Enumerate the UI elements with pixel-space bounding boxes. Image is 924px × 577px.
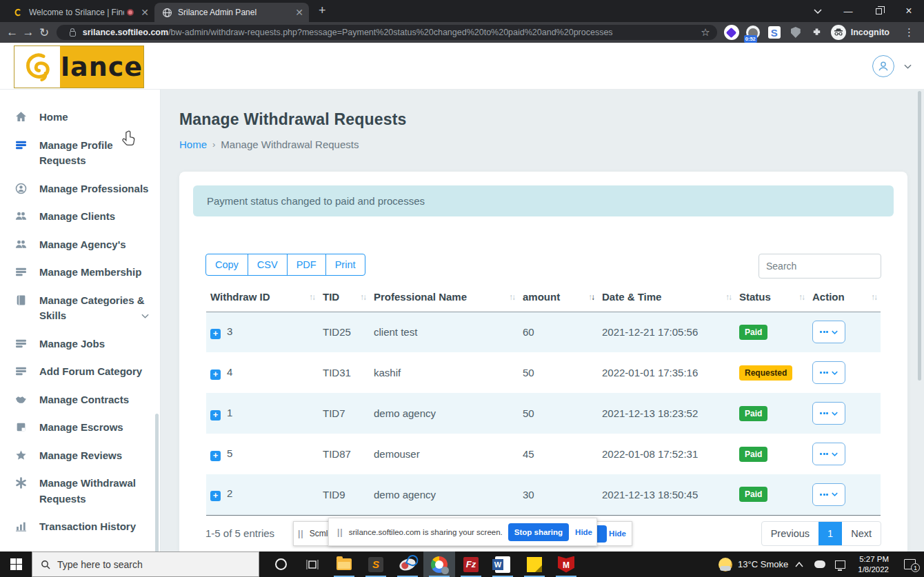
pagination-next[interactable]: Next	[842, 522, 881, 545]
drag-handle-icon[interactable]: ||	[337, 527, 343, 537]
window-minimize-button[interactable]: —	[833, 6, 863, 17]
print-button[interactable]: Print	[325, 254, 365, 276]
column-header[interactable]: Withdraw ID↑↓	[206, 287, 319, 312]
action-dropdown-button[interactable]	[812, 483, 845, 506]
mcafee-icon[interactable]: M	[550, 551, 582, 577]
weather-icon[interactable]	[719, 558, 732, 571]
tab-close-icon[interactable]: ✕	[141, 8, 149, 17]
tab-close-icon[interactable]: ✕	[295, 8, 303, 17]
action-dropdown-button[interactable]	[812, 402, 845, 425]
sidebar-scrollbar[interactable]	[155, 414, 159, 551]
tray-expand-icon[interactable]	[795, 562, 803, 567]
taskbar-clock[interactable]: 5:27 PM 1/8/2022	[858, 554, 889, 574]
column-header[interactable]: Status↑↓	[735, 287, 808, 312]
action-center-icon[interactable]: 1	[904, 559, 916, 569]
sidebar-item-manage-membership[interactable]: Manage Membership	[0, 259, 160, 287]
sidebar-item-manage-professionals[interactable]: Manage Professionals	[0, 175, 160, 203]
reload-icon[interactable]: ↻	[37, 26, 52, 40]
expand-row-button[interactable]: +	[210, 370, 221, 380]
sort-icons[interactable]: ↑↓	[871, 292, 878, 302]
sidebar-item-manage-jobs[interactable]: Manage Jobs	[0, 330, 160, 358]
extensions-puzzle-icon[interactable]	[810, 25, 825, 40]
browser-tab-1[interactable]: Welcome to Srilance | Find D ✕	[6, 3, 154, 22]
drag-handle-icon[interactable]: ||	[298, 529, 304, 538]
action-dropdown-button[interactable]	[812, 361, 845, 384]
sidebar-item-manage-clients[interactable]: Manage Clients	[0, 203, 160, 231]
network-icon[interactable]	[835, 560, 845, 569]
bookmark-star-icon[interactable]: ☆	[701, 26, 710, 39]
column-header[interactable]: TID↑↓	[319, 287, 370, 312]
action-dropdown-button[interactable]	[812, 321, 845, 343]
forward-icon[interactable]: →	[20, 26, 36, 39]
pagination-page-1[interactable]: 1	[818, 522, 842, 545]
sidebar-item-label: Manage Reviews	[39, 448, 153, 464]
file-explorer-icon[interactable]	[328, 551, 360, 577]
expand-row-button[interactable]: +	[210, 329, 221, 339]
column-header[interactable]: amount↑↓	[519, 287, 598, 312]
sublime-text-icon[interactable]: S	[360, 551, 392, 577]
sidebar-item-manage-escrows[interactable]: Manage Escrows	[0, 414, 160, 442]
back-icon[interactable]: ←	[4, 26, 20, 39]
table-search-input[interactable]	[759, 254, 881, 279]
sidebar-item-home[interactable]: Home	[0, 103, 160, 132]
chart-icon	[15, 520, 27, 532]
csv-button[interactable]: CSV	[248, 254, 288, 276]
address-bar[interactable]: srilance.softileo.com/bw-admin/withdraw-…	[57, 25, 717, 40]
lock-icon[interactable]	[70, 31, 76, 37]
extension-s-icon[interactable]: S	[767, 25, 782, 40]
tab-search-chevron-icon[interactable]	[803, 9, 833, 14]
onedrive-icon[interactable]	[814, 560, 825, 568]
column-header[interactable]: Date & Time↑↓	[598, 287, 735, 312]
user-avatar[interactable]	[872, 55, 894, 77]
pdf-button[interactable]: PDF	[287, 254, 326, 276]
new-tab-button[interactable]: +	[319, 3, 326, 18]
column-header[interactable]: Professional Name↑↓	[370, 287, 519, 312]
expand-row-button[interactable]: +	[210, 410, 221, 421]
stop-sharing-button[interactable]: Stop sharing	[508, 523, 569, 541]
chrome-icon[interactable]	[423, 551, 455, 577]
sidebar-item-manage-agencys[interactable]: Manage Agency's	[0, 231, 160, 259]
task-view-icon[interactable]	[297, 551, 328, 577]
cortana-icon[interactable]	[265, 551, 297, 577]
column-header[interactable]: Action↑↓	[808, 287, 881, 312]
sort-icons[interactable]: ↑↓	[799, 292, 805, 302]
sort-icons[interactable]: ↑↓	[725, 292, 732, 302]
sort-icons[interactable]: ↑↓	[309, 292, 316, 302]
window-restore-button[interactable]	[863, 6, 894, 17]
srilance-logo[interactable]: lance	[14, 45, 144, 88]
breadcrumb-home-link[interactable]: Home	[179, 139, 207, 150]
sidebar-item-manage-reviews[interactable]: Manage Reviews	[0, 442, 160, 470]
extension-diamond-icon[interactable]	[724, 25, 739, 40]
status-badge: Paid	[739, 447, 767, 462]
hide-button[interactable]: Hide	[575, 528, 592, 536]
extension-timer-icon[interactable]: 0:52	[745, 25, 761, 40]
taskbar-search[interactable]: Type here to search	[32, 551, 259, 577]
sidebar-item-manage-withdrawal-requests[interactable]: Manage Withdrawal Requests	[0, 469, 160, 513]
avatar-chevron-icon[interactable]	[904, 64, 912, 69]
sort-icons[interactable]: ↑↓	[509, 292, 516, 302]
sidebar-item-transaction-history[interactable]: Transaction History	[0, 513, 160, 541]
expand-row-button[interactable]: +	[210, 491, 221, 501]
window-close-button[interactable]: ×	[894, 5, 924, 17]
sidebar-item-add-forum-category[interactable]: Add Forum Category	[0, 358, 160, 386]
snipping-tool-icon[interactable]	[392, 551, 423, 577]
start-button[interactable]	[0, 551, 32, 577]
copy-button[interactable]: Copy	[205, 254, 248, 276]
sort-icons[interactable]: ↑↓	[360, 292, 367, 302]
browser-menu-icon[interactable]: ⋮	[904, 26, 914, 39]
pagination-previous[interactable]: Previous	[762, 522, 818, 545]
sort-icons[interactable]: ↑↓	[588, 292, 595, 302]
action-dropdown-button[interactable]	[812, 443, 845, 465]
sidebar-item-manage-categories-skills[interactable]: Manage Categories & Skills	[0, 287, 160, 330]
ellipsis-icon	[820, 412, 828, 414]
weather-text[interactable]: 13°C Smoke	[738, 559, 788, 569]
sidebar-item-manage-contracts[interactable]: Manage Contracts	[0, 386, 160, 414]
expand-row-button[interactable]: +	[210, 451, 221, 461]
page-scrollbar[interactable]	[918, 91, 921, 381]
hide-button[interactable]: Hide	[609, 529, 626, 538]
filezilla-icon[interactable]: Fz	[455, 551, 487, 577]
sticky-notes-icon[interactable]	[519, 551, 550, 577]
word-icon[interactable]: W	[487, 551, 519, 577]
browser-tab-2[interactable]: Srilance Admin Panel ✕	[154, 3, 309, 22]
extension-shield-icon[interactable]	[788, 25, 803, 40]
